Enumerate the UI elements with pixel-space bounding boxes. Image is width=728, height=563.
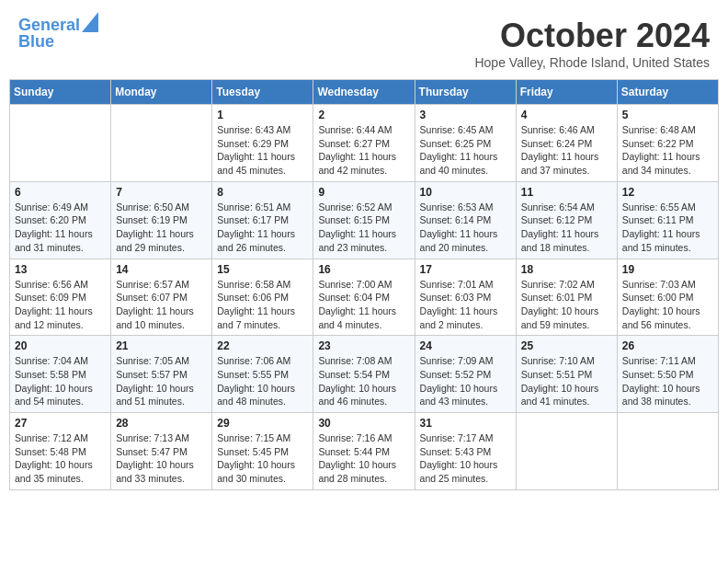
calendar-cell: 15Sunrise: 6:58 AMSunset: 6:06 PMDayligh… (212, 259, 313, 336)
day-number: 13 (15, 263, 106, 276)
calendar-week-row: 27Sunrise: 7:12 AMSunset: 5:48 PMDayligh… (10, 413, 719, 490)
weekday-header: Saturday (617, 80, 718, 105)
day-number: 23 (318, 339, 409, 352)
day-number: 25 (521, 339, 612, 352)
weekday-header: Thursday (415, 80, 516, 105)
calendar-cell (111, 105, 212, 182)
day-number: 1 (217, 109, 308, 121)
calendar-cell (516, 413, 617, 490)
calendar-cell: 30Sunrise: 7:16 AMSunset: 5:44 PMDayligh… (313, 413, 415, 490)
calendar-cell: 26Sunrise: 7:11 AMSunset: 5:50 PMDayligh… (617, 336, 718, 413)
calendar-week-row: 6Sunrise: 6:49 AMSunset: 6:20 PMDaylight… (10, 181, 719, 259)
calendar-cell: 19Sunrise: 7:03 AMSunset: 6:00 PMDayligh… (617, 259, 718, 336)
calendar-header-row: SundayMondayTuesdayWednesdayThursdayFrid… (10, 80, 719, 105)
day-info: Sunrise: 7:01 AMSunset: 6:03 PMDaylight:… (420, 278, 511, 332)
calendar-cell: 3Sunrise: 6:45 AMSunset: 6:25 PMDaylight… (415, 105, 516, 182)
calendar-cell: 25Sunrise: 7:10 AMSunset: 5:51 PMDayligh… (516, 336, 617, 413)
day-number: 22 (217, 339, 308, 352)
calendar-cell: 21Sunrise: 7:05 AMSunset: 5:57 PMDayligh… (111, 336, 212, 413)
day-number: 31 (420, 417, 511, 430)
day-number: 24 (420, 339, 511, 352)
calendar-table: SundayMondayTuesdayWednesdayThursdayFrid… (9, 79, 719, 490)
day-info: Sunrise: 6:58 AMSunset: 6:06 PMDaylight:… (217, 278, 308, 332)
logo-icon (82, 12, 98, 32)
day-info: Sunrise: 6:43 AMSunset: 6:29 PMDaylight:… (217, 123, 308, 178)
day-info: Sunrise: 7:00 AMSunset: 6:04 PMDaylight:… (318, 278, 409, 332)
day-info: Sunrise: 7:13 AMSunset: 5:47 PMDaylight:… (116, 431, 207, 486)
day-number: 9 (318, 186, 409, 199)
calendar-cell: 18Sunrise: 7:02 AMSunset: 6:01 PMDayligh… (516, 259, 617, 336)
calendar-cell: 22Sunrise: 7:06 AMSunset: 5:55 PMDayligh… (212, 336, 313, 413)
day-info: Sunrise: 6:46 AMSunset: 6:24 PMDaylight:… (521, 123, 612, 178)
calendar-cell: 5Sunrise: 6:48 AMSunset: 6:22 PMDaylight… (617, 105, 718, 182)
day-info: Sunrise: 6:49 AMSunset: 6:20 PMDaylight:… (15, 201, 106, 255)
day-number: 18 (521, 263, 612, 276)
day-info: Sunrise: 6:50 AMSunset: 6:19 PMDaylight:… (116, 201, 207, 255)
location-subtitle: Hope Valley, Rhode Island, United States (474, 55, 710, 70)
calendar-week-row: 20Sunrise: 7:04 AMSunset: 5:58 PMDayligh… (10, 336, 719, 413)
svg-marker-0 (82, 12, 98, 32)
day-number: 26 (622, 339, 713, 352)
weekday-header: Tuesday (212, 80, 313, 105)
day-number: 4 (521, 109, 612, 121)
calendar-cell: 6Sunrise: 6:49 AMSunset: 6:20 PMDaylight… (10, 181, 111, 259)
calendar-week-row: 1Sunrise: 6:43 AMSunset: 6:29 PMDaylight… (10, 105, 719, 182)
calendar-cell: 16Sunrise: 7:00 AMSunset: 6:04 PMDayligh… (313, 259, 415, 336)
calendar-cell (617, 413, 718, 490)
day-info: Sunrise: 7:02 AMSunset: 6:01 PMDaylight:… (521, 278, 612, 332)
title-section: October 2024 Hope Valley, Rhode Island, … (474, 17, 710, 70)
day-number: 10 (420, 186, 511, 199)
day-number: 5 (622, 109, 713, 121)
calendar-cell: 11Sunrise: 6:54 AMSunset: 6:12 PMDayligh… (516, 181, 617, 259)
day-info: Sunrise: 7:06 AMSunset: 5:55 PMDaylight:… (217, 354, 308, 408)
day-number: 30 (318, 417, 409, 430)
calendar-cell: 13Sunrise: 6:56 AMSunset: 6:09 PMDayligh… (10, 259, 111, 336)
weekday-header: Wednesday (313, 80, 415, 105)
calendar-cell: 20Sunrise: 7:04 AMSunset: 5:58 PMDayligh… (10, 336, 111, 413)
day-info: Sunrise: 7:11 AMSunset: 5:50 PMDaylight:… (622, 354, 713, 408)
day-number: 20 (15, 339, 106, 352)
day-info: Sunrise: 7:08 AMSunset: 5:54 PMDaylight:… (318, 354, 409, 408)
calendar-cell: 7Sunrise: 6:50 AMSunset: 6:19 PMDaylight… (111, 181, 212, 259)
day-info: Sunrise: 7:16 AMSunset: 5:44 PMDaylight:… (318, 431, 409, 486)
day-number: 29 (217, 417, 308, 430)
day-info: Sunrise: 7:15 AMSunset: 5:45 PMDaylight:… (217, 431, 308, 486)
day-info: Sunrise: 6:53 AMSunset: 6:14 PMDaylight:… (420, 201, 511, 255)
day-info: Sunrise: 6:52 AMSunset: 6:15 PMDaylight:… (318, 201, 409, 255)
day-info: Sunrise: 6:51 AMSunset: 6:17 PMDaylight:… (217, 201, 308, 255)
day-number: 3 (420, 109, 511, 121)
day-number: 11 (521, 186, 612, 199)
day-info: Sunrise: 6:56 AMSunset: 6:09 PMDaylight:… (15, 278, 106, 332)
day-info: Sunrise: 6:57 AMSunset: 6:07 PMDaylight:… (116, 278, 207, 332)
calendar-cell: 4Sunrise: 6:46 AMSunset: 6:24 PMDaylight… (516, 105, 617, 182)
day-info: Sunrise: 7:05 AMSunset: 5:57 PMDaylight:… (116, 354, 207, 408)
calendar-cell: 14Sunrise: 6:57 AMSunset: 6:07 PMDayligh… (111, 259, 212, 336)
day-info: Sunrise: 6:54 AMSunset: 6:12 PMDaylight:… (521, 201, 612, 255)
calendar-cell: 27Sunrise: 7:12 AMSunset: 5:48 PMDayligh… (10, 413, 111, 490)
weekday-header: Friday (516, 80, 617, 105)
day-number: 17 (420, 263, 511, 276)
day-number: 27 (15, 417, 106, 430)
calendar-cell: 23Sunrise: 7:08 AMSunset: 5:54 PMDayligh… (313, 336, 415, 413)
day-info: Sunrise: 7:04 AMSunset: 5:58 PMDaylight:… (15, 354, 106, 408)
day-number: 12 (622, 186, 713, 199)
calendar-cell: 17Sunrise: 7:01 AMSunset: 6:03 PMDayligh… (415, 259, 516, 336)
day-number: 14 (116, 263, 207, 276)
day-info: Sunrise: 7:09 AMSunset: 5:52 PMDaylight:… (420, 354, 511, 408)
day-number: 15 (217, 263, 308, 276)
calendar-cell: 24Sunrise: 7:09 AMSunset: 5:52 PMDayligh… (415, 336, 516, 413)
calendar-cell: 2Sunrise: 6:44 AMSunset: 6:27 PMDaylight… (313, 105, 415, 182)
month-title: October 2024 (474, 17, 710, 55)
day-info: Sunrise: 7:03 AMSunset: 6:00 PMDaylight:… (622, 278, 713, 332)
day-number: 7 (116, 186, 207, 199)
day-number: 2 (318, 109, 409, 121)
calendar-cell: 8Sunrise: 6:51 AMSunset: 6:17 PMDaylight… (212, 181, 313, 259)
day-number: 28 (116, 417, 207, 430)
calendar-cell: 31Sunrise: 7:17 AMSunset: 5:43 PMDayligh… (415, 413, 516, 490)
day-info: Sunrise: 7:12 AMSunset: 5:48 PMDaylight:… (15, 431, 106, 486)
calendar-cell: 12Sunrise: 6:55 AMSunset: 6:11 PMDayligh… (617, 181, 718, 259)
calendar-cell: 9Sunrise: 6:52 AMSunset: 6:15 PMDaylight… (313, 181, 415, 259)
day-number: 19 (622, 263, 713, 276)
calendar-week-row: 13Sunrise: 6:56 AMSunset: 6:09 PMDayligh… (10, 259, 719, 336)
day-info: Sunrise: 6:44 AMSunset: 6:27 PMDaylight:… (318, 123, 409, 178)
